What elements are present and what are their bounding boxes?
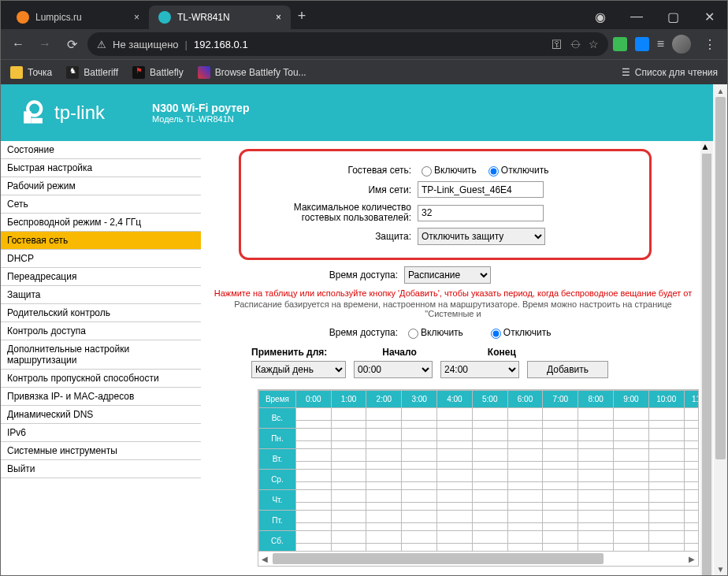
start-time-select[interactable]: 00:00 [354,361,433,378]
sidebar-item-1[interactable]: Быстрая настройка [1,159,201,177]
reading-list-icon[interactable]: ≡ [657,37,664,51]
scroll-up-arrow[interactable]: ▲ [700,141,713,152]
label-guest-network: Гостевая сеть: [252,165,418,176]
label-start: Начало [382,347,416,358]
scroll-up-arrow[interactable]: ▲ [714,84,727,97]
avatar[interactable] [672,35,691,54]
scroll-thumb[interactable] [715,97,726,459]
guest-enable-radio[interactable]: Включить [418,164,477,177]
sidebar-item-17[interactable]: Выйти [1,460,201,478]
sidebar-item-4[interactable]: Беспроводной режим - 2,4 ГГц [1,214,201,232]
bookmark-item[interactable]: Точка [10,66,52,79]
sidebar-item-8[interactable]: Защита [1,286,201,304]
extension-icon[interactable] [635,37,649,51]
apply-for-select[interactable]: Каждый день [251,361,346,378]
tab-favicon [158,11,171,24]
bookmark-item[interactable]: Browse Battlefy Tou... [198,66,306,79]
reading-list-button[interactable]: ☰ Список для чтения [622,67,718,78]
forward-button: → [34,33,56,55]
bookmark-item[interactable]: ♞Battleriff [66,66,118,79]
insecure-icon: ⚠ [97,39,106,50]
label-max-users: Максимальное количество гостевых пользов… [252,203,418,223]
tab-title: TL-WR841N [177,12,230,23]
scroll-left-arrow[interactable]: ◀ [258,553,271,564]
browser-tab-1[interactable]: TL-WR841N × [149,6,291,29]
sidebar-item-5[interactable]: Гостевая сеть [1,232,201,250]
reload-button[interactable]: ⟳ [61,33,83,55]
ssid-input[interactable] [418,181,544,198]
minimize-button[interactable]: — [618,4,655,29]
sidebar-item-12[interactable]: Контроль пропускной способности [1,370,201,388]
hscroll-thumb[interactable] [273,553,604,564]
label-apply-for: Применить для: [251,347,327,358]
sidebar-item-11[interactable]: Дополнительные настройки маршрутизации [1,340,201,370]
sidebar-item-2[interactable]: Рабочий режим [1,177,201,195]
extension-icon[interactable] [613,37,627,51]
sidebar: СостояниеБыстрая настройкаРабочий режимС… [1,141,201,575]
access-enable-radio[interactable]: Включить [404,326,463,339]
address-bar[interactable]: ⚠ Не защищено | 192.168.0.1 ⚿ ⦵ ☆ [87,32,608,56]
hint-red-text: Нажмите на таблицу или используйте кнопк… [207,288,699,298]
close-icon[interactable]: × [134,12,139,23]
key-icon[interactable]: ⚿ [552,38,563,51]
sidebar-item-15[interactable]: IPv6 [1,424,201,442]
sidebar-item-16[interactable]: Системные инструменты [1,442,201,460]
bookmark-icon[interactable]: ☆ [589,38,599,51]
sidebar-item-0[interactable]: Состояние [1,141,201,159]
scroll-down-arrow[interactable]: ▼ [714,563,727,575]
svg-rect-1 [24,111,31,123]
security-select[interactable]: Отключить защиту [418,228,545,245]
router-title: N300 Wi-Fi роутер [152,102,249,114]
tplink-logo-icon [20,99,46,126]
router-model: Модель TL-WR841N [152,114,249,124]
guest-disable-radio[interactable]: Отключить [485,164,549,177]
translate-icon[interactable]: ⦵ [570,38,581,51]
close-icon[interactable]: × [276,12,281,23]
label-ssid: Имя сети: [252,184,418,195]
account-indicator-icon[interactable]: ◉ [582,4,618,29]
back-button[interactable]: ← [7,33,29,55]
scroll-thumb[interactable] [702,154,711,575]
new-tab-button[interactable]: + [291,2,313,29]
sidebar-item-7[interactable]: Переадресация [1,268,201,286]
logo-text: tp-link [54,102,105,124]
close-window-button[interactable]: ✕ [691,4,727,29]
schedule-grid[interactable]: Время0:001:002:003:004:005:006:007:008:0… [258,389,699,567]
sidebar-item-14[interactable]: Динамический DNS [1,406,201,424]
menu-icon[interactable]: ⋮ [699,33,721,55]
sidebar-item-10[interactable]: Контроль доступа [1,322,201,340]
browser-tab-0[interactable]: Lumpics.ru × [7,6,149,29]
list-icon: ☰ [622,67,630,78]
add-button[interactable]: Добавить [527,361,608,378]
max-users-input[interactable] [418,205,544,221]
access-disable-radio[interactable]: Отключить [487,326,552,339]
tab-favicon [17,11,29,24]
router-header: tp-link N300 Wi-Fi роутер Модель TL-WR84… [1,84,713,141]
sidebar-item-6[interactable]: DHCP [1,250,201,268]
label-end: Конец [488,347,516,358]
label-access-time2: Время доступа: [239,327,404,338]
page-scrollbar[interactable]: ▲ ▼ [700,141,713,575]
bookmark-item[interactable]: ⚑Battlefly [132,66,184,79]
end-time-select[interactable]: 24:00 [440,361,519,378]
sidebar-item-13[interactable]: Привязка IP- и MAC-адресов [1,388,201,406]
sidebar-item-3[interactable]: Сеть [1,195,201,214]
label-security: Защита: [252,231,418,242]
label-access-time: Время доступа: [239,269,404,281]
url-text: 192.168.0.1 [194,39,248,50]
highlighted-settings-box: Гостевая сеть: Включить Отключить Имя се… [239,149,652,260]
access-time-select[interactable]: Расписание [404,266,491,284]
hint-gray-text: Расписание базируется на времени, настро… [207,299,699,318]
scroll-right-arrow[interactable]: ▶ [685,553,698,564]
maximize-button[interactable]: ▢ [655,4,691,29]
svg-rect-2 [31,118,42,124]
security-label: Не защищено [113,39,179,50]
tab-title: Lumpics.ru [35,12,82,23]
window-scrollbar[interactable]: ▲ ▼ [714,84,727,575]
sidebar-item-9[interactable]: Родительский контроль [1,304,201,322]
